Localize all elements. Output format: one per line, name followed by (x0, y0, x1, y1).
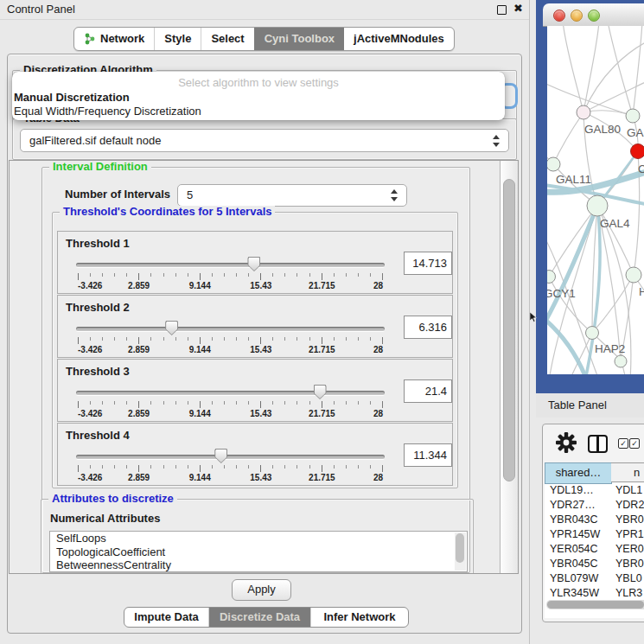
group-label: Interval Definition (49, 161, 151, 173)
node-gal4[interactable] (587, 195, 608, 216)
node-label: GCY1 (547, 287, 576, 300)
split-columns-icon[interactable] (588, 435, 608, 453)
threshold-label: Threshold 1 (66, 237, 130, 250)
tab-jactivemnodules[interactable]: jActiveMNodules (344, 28, 454, 50)
list-item[interactable]: TopologicalCoefficient (50, 545, 467, 559)
network-view-window: GAL80 GA C GAL11 GAL4 GCY1 H HAP2 (536, 0, 644, 393)
algorithm-dropdown-popup: Select algorithm to view settings Manual… (12, 72, 505, 120)
slider-tick-labels: -3.4262.8599.14415.4321.71528 (78, 281, 383, 291)
list-item[interactable]: BetweennessCentrality (50, 558, 467, 572)
tick-label: 21.715 (309, 345, 335, 354)
node-gal11[interactable] (547, 157, 560, 171)
scrollbar-thumb (547, 601, 644, 609)
dropdown-option-manual-discretization[interactable]: Manual Discretization (14, 91, 130, 104)
combobox-value: galFiltered.sif default node (29, 130, 161, 151)
numerical-attributes-list[interactable]: SelfLoops TopologicalCoefficient Between… (49, 531, 468, 572)
node-h[interactable] (626, 267, 641, 283)
network-icon (84, 33, 96, 45)
node-label: HAP2 (595, 342, 625, 355)
tick-label: 21.715 (309, 281, 335, 290)
slider-track[interactable] (76, 327, 385, 331)
node-gcy1[interactable] (547, 271, 556, 284)
threshold-value-field[interactable]: 21.4 (404, 379, 452, 403)
tick-label: -3.426 (78, 473, 102, 482)
column-header-name[interactable]: n (611, 462, 644, 482)
tab-style[interactable]: Style (154, 28, 201, 50)
apply-button[interactable]: Apply (232, 579, 291, 601)
zoom-traffic-light-icon[interactable] (588, 10, 600, 22)
tab-label: jActiveMNodules (354, 29, 444, 49)
threshold-4-slider[interactable]: -3.4262.8599.14415.4321.71528 (76, 448, 385, 484)
tick-label: -3.426 (78, 345, 102, 354)
node-label: GAL11 (556, 173, 591, 186)
slider-ticks (78, 337, 383, 344)
table-row[interactable]: YDR27…YDR2 (545, 498, 644, 513)
table-row[interactable]: YBL079WYBL0 (545, 571, 644, 586)
minimize-traffic-light-icon[interactable] (571, 10, 583, 22)
tick-label: 28 (373, 281, 383, 290)
threshold-label: Threshold 2 (66, 301, 130, 314)
node-hap2[interactable] (586, 327, 599, 340)
node-label: GAL80 (584, 123, 621, 136)
table-row[interactable]: YDL19…YDL1 (545, 483, 644, 498)
close-icon[interactable] (513, 2, 523, 15)
group-label: Threshold's Coordinates for 5 Intervals (60, 206, 275, 218)
column-header-shared-name[interactable]: shared… (545, 462, 612, 484)
gear-icon[interactable] (556, 432, 577, 453)
slider-tick-labels: -3.4262.8599.14415.4321.71528 (78, 473, 383, 483)
list-scrollbar[interactable] (455, 532, 466, 571)
threshold-3-slider[interactable]: -3.4262.8599.14415.4321.71528 (76, 384, 385, 420)
node-red-selected[interactable] (631, 144, 644, 159)
table-row[interactable]: YBR043CYBR0 (545, 513, 644, 527)
float-window-icon[interactable] (497, 5, 507, 15)
tab-infer-network[interactable]: Infer Network (310, 608, 408, 627)
tab-label: Select (211, 29, 244, 49)
tab-discretize-data[interactable]: Discretize Data (208, 608, 310, 627)
tab-cyni-toolbox[interactable]: Cyni Toolbox (254, 28, 344, 50)
checkbox-icon[interactable] (618, 438, 628, 449)
table-row[interactable]: YER054CYER0 (545, 542, 644, 557)
list-item[interactable]: SelfLoops (50, 532, 467, 545)
tab-impute-data[interactable]: Impute Data (124, 608, 208, 627)
network-canvas[interactable]: GAL80 GA C GAL11 GAL4 GCY1 H HAP2 (547, 26, 644, 374)
slider-track[interactable] (76, 455, 385, 459)
network-window-titlebar[interactable] (543, 3, 644, 27)
table-row[interactable]: YPR145WYPR1 (545, 527, 644, 542)
dropdown-placeholder: Select algorithm to view settings (12, 76, 505, 89)
settings-scrollbar[interactable] (500, 161, 518, 573)
tick-label: 2.859 (128, 345, 150, 354)
threshold-value-field[interactable]: 6.316 (404, 316, 452, 339)
checkbox-icon[interactable] (629, 438, 640, 449)
number-of-intervals-label: Number of Intervals (65, 188, 170, 201)
threshold-value-field[interactable]: 14.713 (404, 252, 452, 275)
node-gal80[interactable] (577, 105, 590, 119)
table-data-combobox[interactable]: galFiltered.sif default node (20, 129, 509, 152)
slider-thumb[interactable] (247, 257, 260, 271)
dropdown-option-equal-width[interactable]: Equal Width/Frequency Discretization (14, 105, 201, 118)
tab-select[interactable]: Select (201, 28, 253, 50)
slider-thumb[interactable] (314, 385, 327, 399)
tab-label: Cyni Toolbox (265, 29, 335, 49)
top-tab-bar: Network Style Select Cyni Toolbox jActiv… (73, 27, 455, 51)
table-row[interactable]: YBR045CYBR0 (545, 557, 644, 571)
tick-label: 9.144 (189, 345, 211, 354)
close-traffic-light-icon[interactable] (553, 10, 565, 22)
slider-track[interactable] (76, 391, 385, 395)
settings-scrollbar-thumb[interactable] (503, 179, 515, 481)
tick-label: 9.144 (189, 281, 211, 290)
threshold-value-field[interactable]: 11.344 (404, 443, 452, 467)
slider-thumb[interactable] (214, 449, 227, 463)
number-of-intervals-spinner[interactable]: 5 (177, 184, 407, 207)
slider-ticks (78, 401, 383, 408)
tab-label: Network (100, 29, 144, 49)
slider-thumb[interactable] (165, 321, 178, 335)
bottom-tab-bar: Impute Data Discretize Data Infer Networ… (124, 607, 409, 628)
threshold-4-panel: Threshold 4 -3.4262.8599.14415.4321.7152… (57, 423, 453, 486)
node-bottom[interactable] (615, 355, 627, 367)
table-horizontal-scrollbar[interactable] (546, 600, 644, 609)
tab-network[interactable]: Network (74, 28, 154, 50)
threshold-1-slider[interactable]: -3.4262.8599.14415.4321.71528 (76, 256, 385, 292)
node-top-right[interactable] (626, 109, 640, 123)
slider-track[interactable] (76, 263, 385, 267)
threshold-2-slider[interactable]: -3.4262.8599.14415.4321.71528 (76, 320, 385, 356)
